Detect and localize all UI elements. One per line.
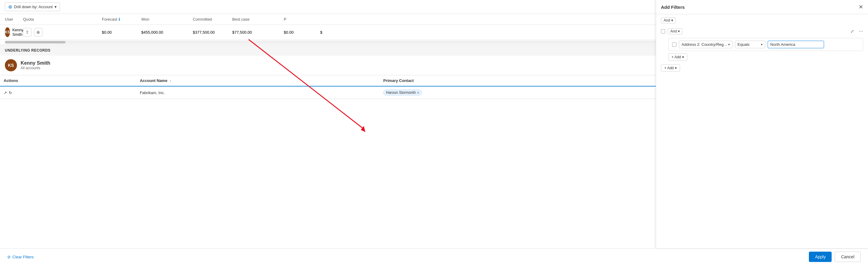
outer-add-label: + Add <box>664 66 674 70</box>
target-icon-btn[interactable]: ⊕ <box>34 28 42 36</box>
and-section-top: And ▾ <box>656 14 868 25</box>
col-forecast: Forecast ℹ <box>102 17 141 22</box>
forecast-value: $455,000.00 <box>141 30 193 35</box>
col-p: P <box>284 17 320 22</box>
and-label-group: And <box>670 29 677 33</box>
row-refresh-icon[interactable]: ↻ <box>9 90 12 95</box>
committed-value: $77,500.00 <box>232 30 284 35</box>
contact-tag-remove[interactable]: ✕ <box>417 91 419 95</box>
sub-user-avatar: KS <box>5 59 17 71</box>
outer-add-chevron: ▾ <box>675 66 677 70</box>
user-name: Kenny Smith <box>12 28 24 37</box>
inner-add-button[interactable]: + Add ▾ <box>668 53 687 61</box>
row-actions: ↗ ↻ <box>4 90 132 95</box>
more-filter-icon[interactable]: ⋯ <box>859 29 863 34</box>
operator-value: Equals <box>738 42 750 47</box>
right-panel-title: Add Filters <box>661 4 685 10</box>
outer-add-wrapper: + Add ▾ <box>656 64 868 77</box>
col-primary-contact: Primary Contact <box>379 75 669 86</box>
drill-down-label: Drill down by: Account <box>14 4 53 9</box>
globe-icon: ⊕ <box>8 4 12 10</box>
field-chevron: ▾ <box>728 43 730 46</box>
drill-down-chevron: ▾ <box>55 4 57 9</box>
col-user: User <box>5 17 23 22</box>
row-checkbox[interactable] <box>672 43 676 47</box>
col-actions: Actions <box>0 75 136 86</box>
actions-cell: ↗ ↻ <box>0 86 136 99</box>
group-checkbox[interactable] <box>661 29 665 33</box>
underlying-records-title: UNDERLYING RECORDS <box>5 48 51 53</box>
inner-add-wrapper: + Add ▾ <box>668 53 863 61</box>
and-tag-top[interactable]: And ▾ <box>661 17 676 23</box>
share-icon-btn[interactable]: ⇧ <box>23 28 32 36</box>
and-label-top: And <box>664 18 670 23</box>
quota-value: $0.00 <box>102 30 141 35</box>
filter-group: And ▾ ⤢ ⋯ Address 2: Country/Reg... ▾ Eq… <box>656 25 868 64</box>
and-chevron-top: ▾ <box>671 18 673 23</box>
row-action-buttons: ⇧ ⊕ <box>23 28 102 36</box>
col-won: Won <box>141 17 193 22</box>
col-committed: Committed <box>193 17 232 22</box>
inner-add-label: + Add <box>672 55 681 59</box>
field-value: Address 2: Country/Reg... <box>682 42 727 47</box>
filter-row: Address 2: Country/Reg... ▾ Equals ▾ <box>668 38 863 51</box>
p-value: $ <box>320 30 344 35</box>
col-account-name[interactable]: Account Name ↑ <box>136 75 379 86</box>
expand-filter-icon[interactable]: ⤢ <box>850 29 854 34</box>
outer-add-button[interactable]: + Add ▾ <box>661 64 680 72</box>
operator-select[interactable]: Equals ▾ <box>735 41 765 48</box>
and-chevron-group: ▾ <box>678 29 680 33</box>
sub-user-info: Kenny Smith All accounts <box>21 60 691 70</box>
right-panel: Add Filters ✕ And ▾ And ▾ ⤢ ⋯ Address 2:… <box>656 0 868 99</box>
sort-icon: ↑ <box>170 79 172 83</box>
operator-chevron: ▾ <box>761 43 763 46</box>
account-name-value[interactable]: Fabrikam, Inc. <box>140 90 165 95</box>
field-select[interactable]: Address 2: Country/Reg... ▾ <box>679 41 733 48</box>
won-value: $377,500.00 <box>193 30 232 35</box>
account-name-cell: Fabrikam, Inc. <box>136 86 379 99</box>
value-input[interactable] <box>768 41 824 48</box>
close-panel-button[interactable]: ✕ <box>859 4 863 10</box>
right-panel-header: Add Filters ✕ <box>656 0 868 14</box>
sub-user-sub: All accounts <box>21 66 691 70</box>
primary-contact-cell: Haroun Stormonth ✕ <box>379 86 669 99</box>
col-quota: Quota <box>23 17 102 22</box>
bestcase-value: $0.00 <box>284 30 320 35</box>
and-tag-group[interactable]: And ▾ <box>668 28 682 34</box>
inner-add-chevron: ▾ <box>682 55 684 59</box>
row-expand-icon[interactable]: ↗ <box>4 90 7 95</box>
drill-down-button[interactable]: ⊕ Drill down by: Account ▾ <box>5 2 60 11</box>
filter-group-header: And ▾ ⤢ ⋯ <box>661 28 863 34</box>
sub-user-name: Kenny Smith <box>21 60 691 66</box>
contact-tag: Haroun Stormonth ✕ <box>383 89 422 96</box>
avatar: KS <box>5 27 10 37</box>
contact-name: Haroun Stormonth <box>386 90 416 95</box>
col-bestcase: Best case <box>232 17 284 22</box>
user-cell: KS Kenny Smith <box>5 27 23 37</box>
